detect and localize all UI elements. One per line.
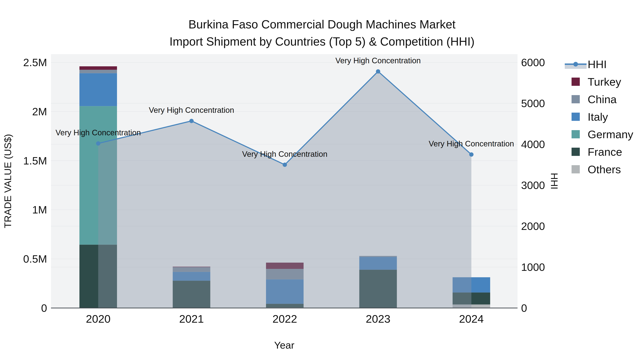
china-swatch-icon bbox=[572, 95, 580, 103]
y-right-tick: 6000 bbox=[521, 56, 545, 68]
chart-plot: Very High ConcentrationVery High Concent… bbox=[0, 0, 644, 362]
x-tick-2022: 2022 bbox=[272, 313, 297, 325]
legend-label: France bbox=[588, 145, 622, 158]
legend-item-china[interactable]: China bbox=[564, 94, 633, 104]
y-right-tick: 4000 bbox=[521, 138, 545, 150]
hhi-line-swatch-icon bbox=[564, 59, 588, 69]
legend-item-turkey[interactable]: Turkey bbox=[564, 76, 633, 87]
others-swatch-icon bbox=[572, 165, 580, 173]
y-left-tick: 2.5M bbox=[23, 56, 47, 68]
x-axis-title: Year bbox=[274, 340, 294, 351]
x-tick-2024: 2024 bbox=[459, 313, 484, 325]
bar-segment-2020-turkey[interactable] bbox=[80, 66, 117, 70]
y-right-tick: 1000 bbox=[521, 261, 545, 273]
france-swatch-icon bbox=[572, 148, 580, 156]
y-right-tick: 2000 bbox=[521, 220, 545, 232]
hhi-marker-2024[interactable] bbox=[469, 152, 474, 157]
bar-segment-2020-italy[interactable] bbox=[80, 73, 117, 106]
y-left-tick: 1.5M bbox=[23, 155, 47, 167]
annotation-2022: Very High Concentration bbox=[242, 150, 328, 158]
y-left-tick: 0 bbox=[41, 302, 47, 314]
hhi-legend-marker bbox=[573, 62, 578, 66]
legend-item-italy[interactable]: Italy bbox=[564, 112, 633, 122]
x-tick-2021: 2021 bbox=[179, 313, 204, 325]
hhi-marker-2023[interactable] bbox=[376, 69, 380, 73]
y-right-axis-title: HHI bbox=[549, 173, 560, 189]
y-left-tick: 2M bbox=[32, 106, 47, 118]
legend-label: Germany bbox=[588, 128, 633, 141]
x-tick-2023: 2023 bbox=[366, 313, 390, 325]
x-tick-2020: 2020 bbox=[86, 313, 110, 325]
y-right-tick: 5000 bbox=[521, 97, 545, 109]
legend-label: Italy bbox=[588, 110, 608, 123]
y-right-tick: 0 bbox=[521, 302, 527, 314]
legend: HHI Turkey China Italy Germany France Ot… bbox=[564, 59, 633, 174]
legend-item-germany[interactable]: Germany bbox=[564, 129, 633, 139]
annotation-2024: Very High Concentration bbox=[429, 139, 514, 148]
germany-swatch-icon bbox=[572, 130, 580, 138]
annotation-2020: Very High Concentration bbox=[56, 128, 141, 137]
y-left-tick: 1M bbox=[32, 204, 47, 216]
y-right-tick: 3000 bbox=[521, 179, 545, 191]
legend-label: Others bbox=[588, 163, 621, 176]
legend-label: Turkey bbox=[588, 75, 621, 88]
y-left-axis-title: TRADE VALUE (US$) bbox=[2, 134, 13, 228]
y-left-tick: 0.5M bbox=[23, 253, 47, 265]
bar-segment-2020-china[interactable] bbox=[80, 70, 117, 73]
legend-label: China bbox=[588, 93, 617, 106]
legend-item-hhi[interactable]: HHI bbox=[564, 59, 633, 69]
legend-label: HHI bbox=[588, 58, 607, 71]
annotation-2023: Very High Concentration bbox=[336, 56, 421, 65]
italy-swatch-icon bbox=[572, 113, 580, 121]
legend-item-others[interactable]: Others bbox=[564, 164, 633, 174]
annotation-2021: Very High Concentration bbox=[149, 106, 234, 114]
legend-item-france[interactable]: France bbox=[564, 147, 633, 157]
hhi-marker-2020[interactable] bbox=[96, 141, 100, 145]
turkey-swatch-icon bbox=[572, 78, 580, 86]
figure: Burkina Faso Commercial Dough Machines M… bbox=[0, 0, 644, 362]
hhi-marker-2021[interactable] bbox=[190, 119, 194, 123]
hhi-marker-2022[interactable] bbox=[283, 163, 287, 167]
